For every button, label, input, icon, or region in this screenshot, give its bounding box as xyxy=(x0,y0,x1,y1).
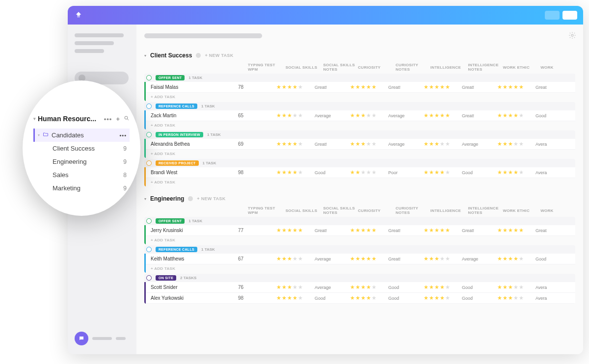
table-row[interactable]: Keith Matthews67★★★★★Average★★★★★Great!★… xyxy=(146,254,575,264)
gear-icon[interactable] xyxy=(568,31,576,41)
rating-stars[interactable]: ★★★★★ xyxy=(276,295,315,301)
star-icon: ★ xyxy=(497,228,502,233)
rating-stars[interactable]: ★★★★★ xyxy=(424,295,462,301)
rating-stars[interactable]: ★★★★★ xyxy=(424,113,462,118)
add-task-button[interactable]: + ADD TASK xyxy=(146,150,575,158)
status-header[interactable]: REFERENCE CALLS 1 TASK xyxy=(144,245,575,254)
star-icon: ★ xyxy=(287,285,292,290)
rating-stars[interactable]: ★★★★★ xyxy=(350,295,388,301)
list-item-client-success[interactable]: Client Success9 xyxy=(33,142,130,155)
rating-note: Good xyxy=(462,170,497,175)
rating-stars[interactable]: ★★★★★ xyxy=(350,256,388,261)
table-row[interactable]: Brandi West98★★★★★Good★★★★★Poor★★★★★Good… xyxy=(146,167,575,178)
star-icon: ★ xyxy=(434,113,439,118)
rating-stars[interactable]: ★★★★★ xyxy=(350,285,388,290)
search-icon[interactable] xyxy=(124,115,130,123)
table-row[interactable]: Zack Martin65★★★★★Average★★★★★Average★★★… xyxy=(146,110,575,121)
rating-stars[interactable]: ★★★★★ xyxy=(424,170,462,175)
table-row[interactable]: Alex Yurkowski98★★★★★Good★★★★★Good★★★★★G… xyxy=(146,293,575,304)
rating-stars[interactable]: ★★★★★ xyxy=(276,256,315,261)
star-icon: ★ xyxy=(361,228,366,233)
space-header[interactable]: ▾ Human Resourc... ••• + xyxy=(33,115,130,123)
task-count: 1 TASK xyxy=(188,219,202,223)
list-item-marketing[interactable]: Marketing9 xyxy=(33,182,130,195)
status-header[interactable]: OFFER SENT 1 TASK xyxy=(144,74,575,82)
typing-wpm: 76 xyxy=(238,285,276,290)
header-control-2[interactable] xyxy=(562,11,577,20)
more-icon[interactable]: ••• xyxy=(119,132,127,138)
rating-stars[interactable]: ★★★★★ xyxy=(276,170,315,175)
add-task-button[interactable]: + ADD TASK xyxy=(146,93,575,101)
rating-stars[interactable]: ★★★★★ xyxy=(424,141,462,147)
rating-stars[interactable]: ★★★★★ xyxy=(497,228,535,233)
info-icon[interactable] xyxy=(196,53,201,58)
rating-stars[interactable]: ★★★★★ xyxy=(424,256,462,261)
star-icon: ★ xyxy=(298,228,303,233)
status-header[interactable]: RECEIVED PROJECT 1 TASK xyxy=(144,159,575,167)
list-item-engineering[interactable]: Engineering9 xyxy=(33,155,130,168)
rating-stars[interactable]: ★★★★★ xyxy=(497,141,535,147)
table-row[interactable]: Alexandra Bethea69★★★★★Great!★★★★★Averag… xyxy=(146,139,575,150)
star-icon: ★ xyxy=(282,170,287,175)
status-block-received: RECEIVED PROJECT 1 TASK Brandi West98★★★… xyxy=(144,159,575,186)
rating-stars[interactable]: ★★★★★ xyxy=(276,285,315,290)
star-icon: ★ xyxy=(287,170,292,175)
status-header[interactable]: OFFER SENT 1 TASK xyxy=(144,217,575,225)
content-area: ▾ Client Success + NEW TASK TYPING TEST … xyxy=(136,25,583,354)
rating-stars[interactable]: ★★★★★ xyxy=(350,84,388,90)
table-row[interactable]: Jerry Krusinski77★★★★★Great!★★★★★Great!★… xyxy=(146,225,575,236)
add-task-button[interactable]: + ADD TASK xyxy=(146,236,575,244)
rating-stars[interactable]: ★★★★★ xyxy=(350,141,388,147)
rating-stars[interactable]: ★★★★★ xyxy=(276,141,315,147)
rating-stars[interactable]: ★★★★★ xyxy=(424,285,462,290)
star-icon: ★ xyxy=(350,256,355,261)
rating-stars[interactable]: ★★★★★ xyxy=(424,84,462,90)
plus-icon[interactable]: + xyxy=(116,115,120,123)
star-icon: ★ xyxy=(508,170,513,175)
group-header[interactable]: ▾ Engineering + NEW TASK xyxy=(144,195,575,202)
add-task-button[interactable]: + ADD TASK xyxy=(146,178,575,186)
status-pill: RECEIVED PROJECT xyxy=(156,160,199,166)
rating-stars[interactable]: ★★★★★ xyxy=(350,113,388,118)
info-icon[interactable] xyxy=(188,196,193,201)
rating-stars[interactable]: ★★★★★ xyxy=(497,170,535,175)
list-item-sales[interactable]: Sales8 xyxy=(33,168,130,182)
new-task-button[interactable]: + NEW TASK xyxy=(205,53,233,58)
rating-stars[interactable]: ★★★★★ xyxy=(350,228,388,233)
header-control-1[interactable] xyxy=(545,11,560,20)
star-icon: ★ xyxy=(366,285,371,290)
rating-stars[interactable]: ★★★★★ xyxy=(497,113,535,118)
rating-stars[interactable]: ★★★★★ xyxy=(497,84,535,90)
status-header[interactable]: REFERENCE CALLS 1 TASK xyxy=(144,102,575,110)
list-count: 9 xyxy=(123,185,127,192)
rating-stars[interactable]: ★★★★★ xyxy=(276,84,315,90)
rating-stars[interactable]: ★★★★★ xyxy=(276,228,315,233)
star-icon: ★ xyxy=(503,285,508,290)
new-task-button[interactable]: + NEW TASK xyxy=(197,196,225,201)
star-icon: ★ xyxy=(497,141,502,147)
star-icon: ★ xyxy=(372,141,376,147)
star-icon: ★ xyxy=(355,141,360,147)
status-header[interactable]: IN PERSON INTERVIEW 1 TASK xyxy=(144,130,575,139)
table-row[interactable]: Scott Snider76★★★★★Average★★★★★Good★★★★★… xyxy=(146,282,575,293)
status-block-on_site: ON SITE 2 TASKS Scott Snider76★★★★★Avera… xyxy=(144,274,575,304)
star-icon: ★ xyxy=(503,256,508,261)
add-task-button[interactable]: + ADD TASK xyxy=(146,121,575,130)
rating-stars[interactable]: ★★★★★ xyxy=(350,170,388,175)
more-icon[interactable]: ••• xyxy=(104,115,112,123)
rating-stars[interactable]: ★★★★★ xyxy=(276,113,315,118)
status-pill: REFERENCE CALLS xyxy=(156,247,197,252)
table-row[interactable]: Faisal Malas78★★★★★Great!★★★★★Great!★★★★… xyxy=(146,82,575,93)
group-header[interactable]: ▾ Client Success + NEW TASK xyxy=(144,52,575,59)
star-icon: ★ xyxy=(440,295,445,301)
chat-fab-icon[interactable] xyxy=(75,332,88,345)
rating-note: Average xyxy=(462,257,497,261)
rating-stars[interactable]: ★★★★★ xyxy=(497,256,535,261)
star-icon: ★ xyxy=(503,170,508,175)
folder-item-candidates[interactable]: ▾ Candidates ••• xyxy=(33,129,130,142)
rating-stars[interactable]: ★★★★★ xyxy=(497,285,535,290)
rating-stars[interactable]: ★★★★★ xyxy=(424,228,462,233)
status-header[interactable]: ON SITE 2 TASKS xyxy=(144,274,575,282)
add-task-button[interactable]: + ADD TASK xyxy=(146,264,575,273)
rating-stars[interactable]: ★★★★★ xyxy=(497,295,535,301)
